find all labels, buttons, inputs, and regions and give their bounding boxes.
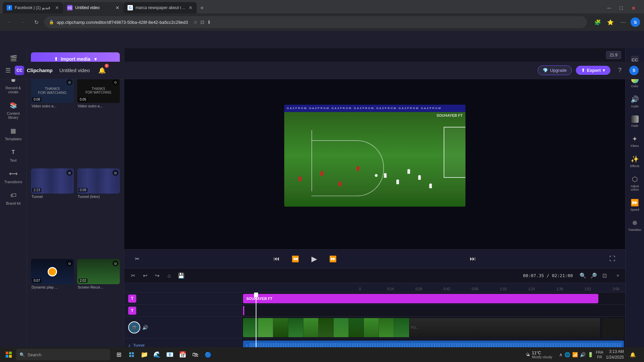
media-item-more-button[interactable]: ⊙ [66, 170, 72, 176]
address-bar[interactable]: 🔒 app.clipchamp.com/editor/df749873-50ba… [44, 16, 587, 28]
aspect-ratio-button[interactable]: 21:9 [606, 51, 621, 59]
media-item-more-button[interactable]: ⊙ [112, 79, 118, 85]
close-window-button[interactable]: ✕ [628, 3, 639, 13]
browser-tabs: f Facebook | فيديو (1) ✕ CC Untitled vid… [0, 0, 644, 13]
right-sidebar-item-effects[interactable]: ✨ Effects [626, 152, 644, 171]
forward-button[interactable]: → [17, 17, 28, 28]
save-button[interactable]: 💾 [177, 271, 186, 280]
weather-widget[interactable]: 🌤 11°C Mostly cloudy [523, 351, 555, 359]
tab-clipchamp-close[interactable]: ✕ [115, 5, 119, 10]
cast-icon[interactable]: ⊡ [200, 19, 204, 25]
text-clip[interactable]: SOUHAYEB FT [243, 294, 598, 303]
taskbar-clock[interactable]: 3:13 AM 1/24/2025 [606, 349, 624, 360]
right-sidebar-item-transition[interactable]: ⊗ Transition [626, 215, 644, 235]
widgets-button[interactable] [126, 349, 138, 361]
zoom-in-button[interactable]: 🔎 [589, 271, 598, 280]
extensions-button[interactable]: 🧩 [592, 17, 603, 28]
media-item-more-button[interactable]: ⊙ [66, 79, 72, 85]
redo-button[interactable]: ↪ [152, 271, 162, 280]
track-content[interactable]: SOUHAYEB FT [242, 293, 625, 304]
media-item[interactable]: 0:08 Tunnel (Intro) ⊙ [77, 168, 120, 256]
new-tab-button[interactable]: + [197, 3, 207, 13]
store-button[interactable]: 🛍 [189, 349, 201, 361]
transitions-icon: ⟷ [9, 169, 18, 178]
collapse-panel-button[interactable]: ▼ [614, 272, 621, 279]
split-tool-button[interactable]: ✂ [128, 271, 138, 280]
hamburger-menu[interactable]: ☰ [5, 67, 11, 74]
media-item[interactable]: 0:07 Dynamic play ... ⊙ [31, 259, 74, 346]
fit-timeline-button[interactable]: ⊡ [600, 271, 609, 280]
video-track-content[interactable]: FO... [242, 317, 625, 338]
content-library-icon: 📚 [9, 101, 18, 110]
skip-forward-button[interactable]: ⏭ [467, 253, 479, 265]
taskbar-search[interactable]: 🔍 Search [16, 349, 110, 360]
media-item-more-button[interactable]: ⊙ [112, 260, 118, 266]
calendar-button[interactable]: 📅 [177, 349, 189, 361]
mail-button[interactable]: 📧 [164, 349, 176, 361]
skip-backward-button[interactable]: ⏮ [270, 253, 283, 265]
media-item[interactable]: THANKSFOR WATCHING 0:08 Video outro a...… [31, 78, 74, 165]
volume-icon[interactable]: 🔊 [580, 352, 586, 357]
wifi-icon[interactable]: 📶 [572, 352, 578, 357]
media-item-more-button[interactable]: ⊙ [112, 170, 118, 176]
start-button[interactable] [3, 349, 15, 361]
back-button[interactable]: ← [4, 17, 15, 28]
help-button[interactable]: ? [614, 65, 625, 76]
media-item[interactable]: THANKSFOR WATCHING 0:05 Video outro a...… [77, 78, 120, 165]
file-explorer-button[interactable]: 📁 [138, 349, 150, 361]
sidebar-item-templates[interactable]: ▦ Templates [1, 123, 26, 144]
media-item-more-button[interactable]: ⊙ [66, 260, 72, 266]
right-sidebar-item-fade[interactable]: Fade [626, 112, 644, 131]
media-item[interactable]: 2:23 Tunnel ⊙ [31, 168, 74, 256]
forward-5-button[interactable]: ⏩ [327, 253, 339, 265]
sidebar-item-content-library[interactable]: 📚 Content library [1, 98, 26, 122]
notification-button[interactable]: 🔔 [627, 349, 639, 361]
right-sidebar-item-adjust-colors[interactable]: ⬡ Adjust colors [626, 172, 644, 195]
minimize-button[interactable]: ─ [604, 3, 614, 13]
right-sidebar-item-audio[interactable]: 🔊 Audio [626, 92, 644, 111]
text-clip-short[interactable] [243, 306, 244, 315]
fullscreen-button[interactable]: ⛶ [606, 253, 618, 265]
chrome-button[interactable]: 🔵 [202, 349, 214, 361]
play-button[interactable]: ▶ [308, 253, 320, 265]
browser-profile[interactable]: S [631, 17, 640, 27]
maximize-button[interactable]: □ [616, 3, 627, 13]
tab-google-close[interactable]: ✕ [189, 5, 193, 10]
bookmark-button[interactable]: ⭐ [605, 17, 616, 28]
video-clip[interactable]: FO... [243, 318, 600, 337]
task-view-button[interactable]: ⊞ [113, 349, 125, 361]
battery-icon[interactable]: 🔋 [588, 352, 593, 357]
video-title[interactable]: Untitled video [57, 66, 93, 74]
track-content[interactable] [242, 305, 625, 316]
sidebar-item-text[interactable]: T Text [1, 145, 26, 165]
tab-clipchamp[interactable]: CC Untitled video ✕ [63, 2, 123, 13]
cut-button[interactable]: ⌂ [164, 271, 174, 280]
rewind-5-button[interactable]: ⏪ [289, 253, 301, 265]
undo-button[interactable]: ↩ [140, 271, 150, 280]
tab-facebook[interactable]: f Facebook | فيديو (1) ✕ [3, 2, 63, 13]
language-indicator[interactable]: FRAFR [596, 350, 603, 360]
edge-browser-button[interactable]: 🌊 [151, 349, 163, 361]
zoom-out-button[interactable]: 🔍 [578, 271, 588, 280]
bell-wrapper: 🔔 1 [97, 65, 107, 76]
playhead-handle[interactable] [254, 293, 258, 297]
settings-button[interactable]: ⋯ [618, 17, 629, 28]
media-item[interactable]: 2:02 Screen Recor... ⊙ [77, 259, 120, 346]
right-sidebar-item-speed[interactable]: ⏩ Speed [626, 195, 644, 215]
sidebar-item-brand-kit[interactable]: 🏷 Brand kit [1, 188, 26, 208]
right-sidebar-item-filters[interactable]: ✦ Filters [626, 132, 644, 151]
chevron-up-icon[interactable]: ∧ [559, 352, 562, 357]
refresh-button[interactable]: ↻ [31, 17, 42, 28]
magic-cut-button[interactable]: ✂ [131, 253, 143, 265]
network-icon[interactable]: 🌐 [564, 352, 570, 357]
video-clip-dark[interactable] [602, 318, 624, 337]
user-avatar[interactable]: S [629, 66, 639, 75]
tab-google[interactable]: G marca newspaper about ronald... ✕ [123, 2, 197, 13]
download-icon[interactable]: ⬇ [207, 19, 211, 25]
upgrade-button[interactable]: 💎 Upgrade [538, 65, 572, 75]
export-button[interactable]: ⬆ Export ▾ [576, 66, 610, 75]
tab-facebook-close[interactable]: ✕ [55, 5, 59, 10]
effects-icon: ✨ [631, 155, 639, 163]
sidebar-item-transitions[interactable]: ⟷ Transitions [1, 166, 26, 187]
star-icon[interactable]: ☆ [193, 19, 198, 25]
